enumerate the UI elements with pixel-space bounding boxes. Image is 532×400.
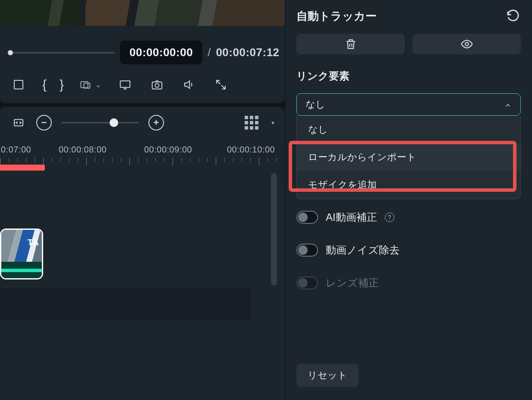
panel-title: 自動トラッカー [296, 9, 505, 24]
ai-enhance-toggle[interactable] [296, 211, 318, 224]
svg-point-7 [465, 42, 469, 46]
trash-icon [344, 38, 357, 51]
vertical-scrollbar[interactable] [271, 173, 277, 286]
link-element-dropdown: なし ローカルからインポート モザイクを追加 [296, 116, 521, 199]
fullscreen-icon[interactable] [213, 76, 229, 93]
playhead[interactable] [0, 165, 45, 171]
view-mode-chevron-icon[interactable]: ▾ [271, 119, 274, 126]
inspector-panel: 自動トラッカー リンク要素 なし なし ローカルからインポート モザイクを追加 [285, 0, 532, 400]
dropdown-option-add-mosaic[interactable]: モザイクを追加 [297, 171, 520, 199]
aspect-ratio-dropdown[interactable]: ⌄ [79, 79, 101, 91]
timeline-ruler[interactable]: 0:07:00 00:00:08:00 00:00:09:00 00:00:10… [0, 139, 285, 169]
zoom-slider[interactable] [61, 122, 139, 124]
video-preview[interactable] [0, 0, 285, 26]
volume-icon[interactable] [181, 76, 197, 93]
select-value: なし [305, 98, 325, 111]
visibility-button[interactable] [412, 34, 521, 54]
scrub-slider[interactable] [9, 52, 115, 54]
mark-out-button[interactable]: } [60, 77, 64, 92]
zoom-toolbar: − + ▾ [0, 107, 285, 139]
dropdown-option-import-local[interactable]: ローカルからインポート [297, 143, 520, 171]
link-element-select[interactable]: なし [296, 93, 521, 116]
thumbnail-view-icon[interactable] [245, 116, 258, 130]
mark-in-out-group: { } [42, 77, 64, 92]
svg-rect-1 [81, 82, 88, 88]
zoom-out-button[interactable]: − [36, 115, 52, 130]
zoom-slider-handle[interactable] [110, 118, 118, 127]
ruler-label: 00:00:09:00 [144, 145, 192, 155]
ruler-label: 00:00:08:00 [59, 145, 107, 155]
chevron-up-icon [504, 101, 512, 108]
timeline-tracks[interactable] [0, 173, 285, 400]
chevron-down-icon: ⌄ [95, 80, 101, 89]
video-clip[interactable] [0, 229, 43, 279]
svg-rect-0 [14, 80, 23, 89]
ruler-label: 0:07:00 [1, 145, 31, 155]
editor-left-pane: 00:00:00:00 / 00:00:07:12 { } ⌄ [0, 0, 285, 400]
svg-rect-3 [120, 81, 130, 87]
total-timecode: 00:00:07:12 [216, 46, 279, 59]
reset-button[interactable]: リセット [296, 364, 359, 387]
current-timecode[interactable]: 00:00:00:00 [120, 41, 202, 64]
display-icon[interactable] [117, 76, 133, 93]
clip-thumbnail [1, 230, 42, 262]
svg-point-5 [155, 84, 159, 88]
link-element-label: リンク要素 [296, 69, 521, 83]
timecode-separator: / [208, 46, 211, 59]
dropdown-option-none[interactable]: なし [297, 116, 520, 143]
eye-icon [460, 38, 473, 51]
clip-audio-waveform [1, 262, 42, 279]
lens-correction-label: レンズ補正 [326, 276, 379, 290]
mark-in-button[interactable]: { [42, 77, 47, 92]
preview-wrap [0, 0, 285, 26]
denoise-toggle[interactable] [296, 244, 318, 257]
stop-icon[interactable] [10, 76, 27, 93]
timeline[interactable]: 0:07:00 00:00:08:00 00:00:09:00 00:00:10… [0, 139, 285, 400]
snapshot-icon[interactable] [149, 76, 165, 93]
help-icon[interactable]: ? [385, 213, 394, 222]
denoise-label: 動画ノイズ除去 [326, 243, 400, 257]
undo-icon[interactable] [505, 8, 521, 24]
zoom-in-button[interactable]: + [148, 115, 164, 130]
ruler-label: 00:00:10:00 [227, 145, 275, 155]
ai-enhance-label: AI動画補正 [326, 210, 377, 224]
lens-correction-toggle [296, 276, 318, 289]
empty-track[interactable] [0, 288, 250, 320]
fit-width-icon[interactable] [10, 114, 27, 131]
delete-button[interactable] [296, 34, 405, 54]
svg-rect-4 [152, 82, 162, 89]
playback-bar: 00:00:00:00 / 00:00:07:12 { } ⌄ [0, 26, 285, 103]
